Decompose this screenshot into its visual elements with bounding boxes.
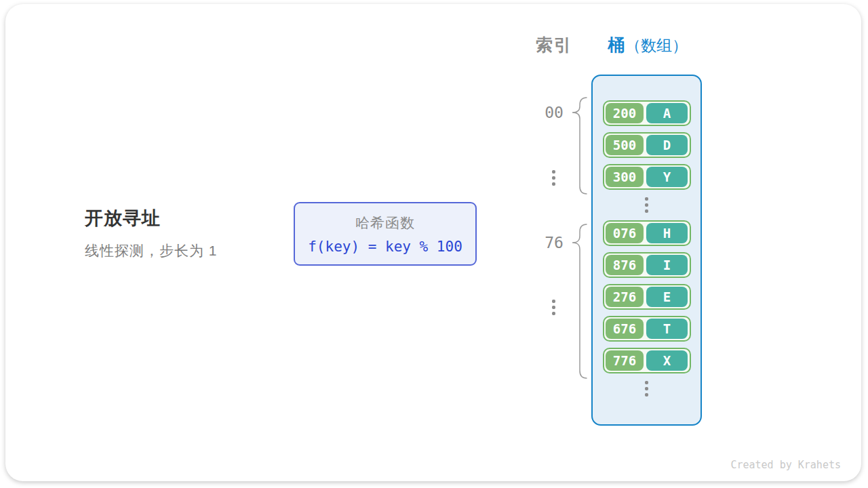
pair-value: H [646,223,688,243]
pair-key: 500 [606,135,644,155]
index-column-header: 索引 [524,34,585,56]
pair-value: D [646,135,688,155]
pair-value: T [646,319,688,339]
bucket-suffix: （数组） [625,37,688,54]
bucket-pair: 676T [603,316,691,342]
pair-key: 200 [606,103,644,123]
bucket-word: 桶 [608,35,625,54]
pair-value: A [646,103,688,123]
pair-key: 276 [606,287,644,307]
bucket-pair: 500D [603,132,691,158]
pair-key: 776 [606,350,644,371]
hash-function-formula: f(key) = key % 100 [308,239,462,255]
vertical-ellipsis-icon [552,298,555,317]
bucket-pair: 300Y [603,164,691,190]
bucket-pair: 876I [603,252,691,278]
pair-key: 676 [606,319,644,339]
pair-key: 300 [606,167,644,187]
hash-function-label: 哈希函数 [355,214,415,232]
vertical-ellipsis-icon [645,196,648,214]
bucket-pair: 200A [603,100,691,126]
bucket-column-header: 桶（数组） [583,34,712,56]
page-subtitle: 线性探测，步长为 1 [85,241,218,260]
page-title: 开放寻址 [85,206,218,230]
bucket-array: 200A500D300Y076H876I276E676T776X [591,75,702,426]
left-title-block: 开放寻址 线性探测，步长为 1 [85,206,218,260]
bucket-pair: 076H [603,220,691,246]
vertical-ellipsis-icon [552,169,555,187]
index-label-76: 76 [536,234,572,251]
pair-value: I [646,255,688,275]
pair-key: 076 [606,223,644,243]
bucket-pair: 776X [603,348,691,373]
stage: 开放寻址 线性探测，步长为 1 哈希函数 f(key) = key % 100 … [0,0,868,488]
watermark: Created by Krahets [730,459,841,471]
pair-key: 876 [606,255,644,275]
pair-value: X [646,350,688,371]
pair-value: Y [646,167,688,187]
curly-brace-icon [571,96,587,195]
pair-value: E [646,287,688,307]
bucket-pair: 276E [603,284,691,310]
index-label-00: 00 [536,104,572,121]
vertical-ellipsis-icon [645,380,648,398]
hash-function-box: 哈希函数 f(key) = key % 100 [294,202,477,266]
curly-brace-icon [571,223,587,380]
